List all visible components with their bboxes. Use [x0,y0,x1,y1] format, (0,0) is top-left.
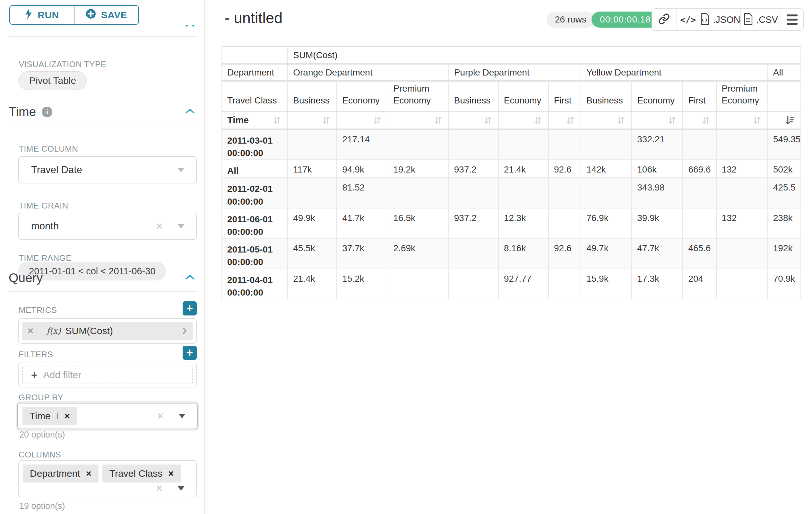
sort-header[interactable] [449,111,498,129]
link-icon [658,13,670,26]
table-cell: 132 [716,160,768,178]
chevron-down-icon [177,168,184,172]
table-row: 2011-02-01 00:00:0081.52343.98425.5 [222,178,801,208]
group-by-label: GROUP BY [19,393,63,403]
visualization-type-value[interactable]: Pivot Table [18,71,87,90]
table-cell [581,129,632,160]
sort-header-time[interactable]: Time [222,111,288,129]
remove-tag-icon[interactable]: × [64,411,70,422]
table-cell: 16.5k [388,208,449,238]
sort-icon [483,115,493,126]
sort-header[interactable] [581,111,632,129]
metric-header-row: SUM(Cost) [222,46,801,64]
table-cell [549,208,581,238]
more-options-button[interactable] [781,9,803,30]
time-section-title: Time [9,105,36,119]
share-link-button[interactable] [652,9,676,30]
export-csv-button[interactable]: .CSV [740,9,781,30]
travel-class-header-row: Travel ClassBusinessEconomyPremium Econo… [222,81,801,111]
group-by-select[interactable]: Time i × × [17,403,198,429]
chevron-up-icon[interactable] [185,108,195,116]
travel-class-header: Business [449,81,498,111]
travel-class-header: Business [288,81,337,111]
table-cell: 21.4k [288,269,337,299]
export-json-button[interactable]: .JSON [700,9,740,30]
time-grain-select[interactable]: month × [18,213,197,240]
sort-icon [372,115,383,126]
remove-tag-icon[interactable]: × [86,468,91,479]
add-filter-button[interactable]: + [183,346,197,360]
department-header: Department [222,64,288,81]
add-filter-dropzone[interactable]: + Add filter [22,366,193,384]
add-metric-button[interactable]: + [183,301,197,316]
table-cell: 81.52 [337,178,388,208]
table-row: 2011-05-01 00:00:0045.5k37.7k2.69k8.16k9… [222,238,801,269]
query-section-header[interactable]: Query [9,271,43,285]
table-cell: 15.2k [337,269,388,299]
add-filter-placeholder: Add filter [43,370,81,380]
csv-file-icon [743,13,753,26]
table-cell [498,178,549,208]
sort-icon [667,115,677,126]
table-cell: 927.77 [498,269,549,299]
table-cell [716,238,768,269]
view-query-button[interactable]: </> [676,9,700,30]
sort-header[interactable] [498,111,549,129]
table-cell [549,129,581,160]
columns-select[interactable]: Department × Travel Class × × [18,460,197,497]
columns-tag: Travel Class × [103,464,181,483]
sort-header[interactable] [549,111,581,129]
table-cell: 8.16k [498,238,549,269]
sort-header[interactable] [288,111,337,129]
table-cell: 49.9k [288,208,337,238]
time-column-select[interactable]: Travel Date [18,156,197,184]
row-header: 2011-04-01 00:00:00 [222,269,288,299]
group-by-tag: Time i × [23,407,77,425]
sort-header[interactable] [337,111,388,129]
chart-title[interactable]: - untitled [225,9,283,27]
remove-metric-icon[interactable]: × [22,322,39,340]
info-icon: i [57,411,59,421]
table-cell: 425.5 [768,178,801,208]
clear-icon[interactable]: × [156,483,163,494]
sort-icon [701,115,711,126]
metric-header: SUM(Cost) [288,46,801,64]
chevron-up-icon[interactable] [185,274,195,282]
chevron-right-icon[interactable]: › [176,322,193,340]
sort-header[interactable] [683,111,716,129]
metric-item[interactable]: × ƒ(x) SUM(Cost) › [22,322,193,340]
clear-icon[interactable]: × [157,410,164,422]
sort-icon [565,115,576,126]
table-cell [449,269,498,299]
sort-icon [272,115,282,126]
group-by-helper: 20 option(s) [19,430,65,440]
columns-label: COLUMNS [19,450,61,460]
table-cell [683,178,716,208]
time-section-header[interactable]: Time i [9,105,52,119]
sort-header[interactable] [716,111,768,129]
table-cell: 106k [632,160,683,178]
table-cell: 669.6 [683,160,716,178]
info-icon: i [42,107,52,117]
sort-header-all-active[interactable] [768,111,801,129]
table-cell [549,269,581,299]
save-button[interactable]: SAVE [74,6,138,24]
sort-header[interactable] [388,111,449,129]
table-row: All117k94.9k19.2k937.221.4k92.6142k106k6… [222,160,801,178]
table-cell [683,208,716,238]
sort-icon [533,115,543,126]
clear-icon[interactable]: × [156,220,163,232]
travel-class-header: Travel Class [222,81,288,111]
row-header: All [222,160,288,178]
remove-tag-icon[interactable]: × [168,468,174,479]
row-header: 2011-03-01 00:00:00 [222,129,288,160]
metrics-control: × ƒ(x) SUM(Cost) › [18,318,197,344]
sort-header[interactable] [632,111,683,129]
table-cell [449,178,498,208]
corner-cell [222,46,288,64]
tag-label: Time [30,410,51,422]
table-cell: 332.21 [632,129,683,160]
filters-control: + Add filter [18,362,197,387]
department-header: Orange Department [288,64,449,81]
run-button[interactable]: RUN [10,6,74,24]
